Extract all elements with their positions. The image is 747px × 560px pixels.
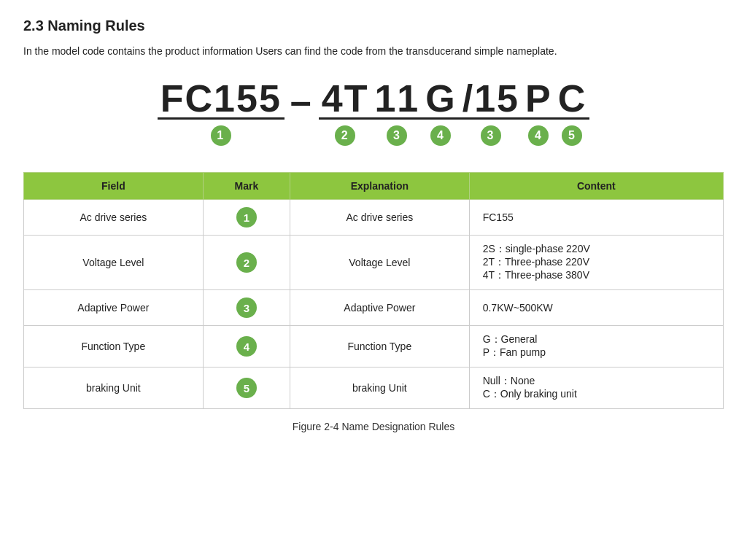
model-code-dash: – [285, 82, 319, 146]
table-header: Explanation [290, 173, 469, 200]
table-row: Function Type4Function TypeG：GeneralP：Fa… [24, 326, 724, 368]
explanation-cell: Function Type [290, 326, 469, 368]
mark-cell: 2 [203, 236, 290, 290]
naming-table: FieldMarkExplanationContent Ac drive ser… [23, 172, 724, 409]
table-row: Ac drive series1Ac drive seriesFC155 [24, 200, 724, 236]
intro-text: In the model code contains the product i… [23, 43, 724, 59]
model-code-segment: C5 [555, 79, 590, 146]
table-row: braking Unit5braking UnitNull：NoneC：Only… [24, 368, 724, 409]
model-code-segment: 113 [371, 79, 422, 146]
field-cell: Function Type [24, 326, 204, 368]
explanation-cell: Voltage Level [290, 236, 469, 290]
model-code-display: FC1551–4T2113G4/153P4C5 [158, 79, 590, 146]
mark-circle: 5 [236, 378, 257, 398]
circle-badge: 3 [387, 125, 407, 146]
mark-circle: 4 [236, 336, 257, 357]
table-header: Field [24, 173, 204, 200]
explanation-cell: Ac drive series [290, 200, 469, 236]
content-cell: FC155 [469, 200, 723, 236]
circle-badge: 4 [528, 125, 549, 146]
mark-cell: 5 [203, 368, 290, 409]
mark-cell: 4 [203, 326, 290, 368]
model-code-segment: /153 [460, 79, 522, 146]
mark-cell: 1 [203, 200, 290, 236]
field-cell: Adaptive Power [24, 290, 204, 326]
explanation-cell: Adaptive Power [290, 290, 469, 326]
explanation-cell: braking Unit [290, 368, 469, 409]
field-cell: braking Unit [24, 368, 204, 409]
field-cell: Voltage Level [24, 236, 204, 290]
model-code-segment: G4 [422, 79, 459, 146]
circle-badge: 5 [562, 125, 582, 146]
mark-circle: 2 [236, 252, 257, 273]
model-code-area: FC1551–4T2113G4/153P4C5 [23, 79, 724, 146]
field-cell: Ac drive series [24, 200, 204, 236]
mark-circle: 1 [236, 207, 257, 228]
content-cell: 0.7KW~500KW [469, 290, 723, 326]
content-cell: G：GeneralP：Fan pump [469, 326, 723, 368]
table-row: Voltage Level2Voltage Level2S：single-pha… [24, 236, 724, 290]
table-row: Adaptive Power3Adaptive Power0.7KW~500KW [24, 290, 724, 326]
content-cell: 2S：single-phase 220V2T：Three-phase 220V4… [469, 236, 723, 290]
mark-circle: 3 [236, 298, 257, 318]
table-header: Content [469, 173, 723, 200]
table-header: Mark [203, 173, 290, 200]
model-code-segment: 4T2 [319, 79, 372, 146]
content-cell: Null：NoneC：Only braking unit [469, 368, 723, 409]
circle-badge: 1 [211, 125, 231, 146]
model-code-segment: P4 [522, 79, 555, 146]
circle-badge: 4 [430, 125, 451, 146]
section-heading: 2.3 Naming Rules [23, 18, 724, 34]
mark-cell: 3 [203, 290, 290, 326]
model-code-segment: FC1551 [158, 79, 285, 146]
circle-badge: 3 [481, 125, 501, 146]
circle-badge: 2 [335, 125, 355, 146]
figure-caption: Figure 2-4 Name Designation Rules [23, 421, 724, 432]
